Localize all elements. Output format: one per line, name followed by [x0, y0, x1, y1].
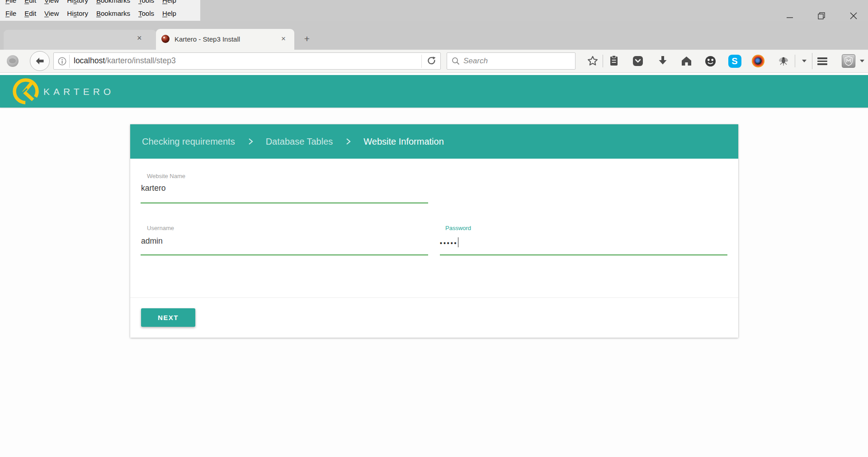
toolbar-separator	[795, 55, 795, 67]
website-name-label: Website Name	[147, 173, 185, 179]
emoji-extension-button[interactable]	[703, 54, 717, 68]
menu-edit[interactable]: Edit	[20, 0, 40, 4]
search-placeholder: Search	[463, 57, 488, 66]
hamburger-icon	[817, 57, 827, 59]
menu-help[interactable]: Help	[158, 9, 180, 17]
home-button[interactable]	[679, 54, 693, 68]
step-checking-requirements: Checking requirements	[142, 137, 235, 147]
open-menu-button[interactable]	[817, 54, 832, 68]
website-name-underline	[141, 203, 428, 203]
url-path: /kartero/install/step3	[105, 56, 176, 65]
password-label: Password	[445, 225, 471, 231]
new-tab-button[interactable]: +	[300, 33, 314, 44]
url-bar[interactable]: localhost/kartero/install/step3	[53, 52, 441, 70]
password-underline	[440, 254, 727, 255]
chevron-down-icon	[802, 60, 807, 62]
website-name-input[interactable]: kartero	[141, 184, 165, 193]
urlbar-separator	[69, 55, 70, 68]
url-text: localhost/kartero/install/step3	[74, 56, 176, 66]
menu-tools[interactable]: Tools	[134, 0, 158, 4]
chevron-down-icon	[860, 60, 864, 62]
downloads-button[interactable]	[656, 54, 670, 68]
url-host: localhost	[74, 56, 105, 65]
menubar: File Edit View History Bookmarks Tools H…	[1, 6, 180, 21]
background-tab[interactable]	[4, 30, 156, 50]
kartero-favicon-icon	[161, 35, 170, 43]
step-database-tables: Database Tables	[266, 137, 333, 147]
hamburger-icon	[817, 61, 827, 62]
reload-separator	[421, 55, 422, 68]
card-footer-divider	[130, 297, 738, 298]
background-tab-close-button[interactable]: ×	[137, 33, 142, 42]
tab-close-button[interactable]: ×	[281, 35, 286, 43]
chevron-right-icon	[345, 138, 351, 145]
install-wizard-card: Checking requirements Database Tables We…	[130, 124, 738, 338]
shield-m-icon	[844, 56, 853, 66]
clipped-menu-row: File Edit View History Bookmarks Tools H…	[1, 0, 180, 6]
wizard-steps-bar: Checking requirements Database Tables We…	[130, 124, 738, 159]
menu-help[interactable]: Help	[158, 0, 180, 4]
menu-view[interactable]: View	[40, 9, 63, 17]
chevron-right-icon	[247, 138, 254, 145]
clipboard-icon	[609, 55, 619, 67]
bug-extension-button[interactable]	[776, 54, 791, 68]
kartero-logo-icon	[12, 77, 40, 105]
menu-history[interactable]: History	[63, 0, 92, 4]
mcafee-extension-button[interactable]	[841, 54, 856, 68]
step-website-information: Website Information	[363, 137, 444, 147]
window-titlebar: File Edit View History Bookmarks Tools H…	[0, 0, 868, 21]
lens-extension-button[interactable]	[751, 54, 765, 68]
tab-title: Kartero - Step3 Install	[175, 35, 278, 43]
bug-extension-dropdown[interactable]	[798, 54, 810, 68]
restore-icon	[817, 12, 826, 20]
hamburger-icon	[817, 63, 827, 65]
toolbar-separator	[812, 53, 812, 69]
tab-strip	[0, 21, 868, 50]
back-arrow-icon	[35, 56, 45, 66]
password-input[interactable]: •••••	[440, 237, 458, 248]
fly-icon	[778, 56, 789, 66]
next-button[interactable]: NEXT	[141, 308, 195, 327]
mcafee-extension-dropdown[interactable]	[857, 54, 867, 68]
username-underline	[141, 254, 428, 255]
menu-edit[interactable]: Edit	[20, 9, 40, 17]
site-info-icon[interactable]	[57, 57, 67, 66]
menu-file[interactable]: File	[1, 9, 20, 17]
kartero-app-header: KARTERO	[0, 75, 868, 108]
bookmark-star-button[interactable]	[585, 54, 600, 68]
menu-history[interactable]: History	[63, 9, 92, 17]
back-button[interactable]	[30, 51, 50, 71]
skype-icon: S	[728, 55, 741, 68]
minimize-icon	[786, 12, 793, 19]
menu-bookmarks[interactable]: Bookmarks	[92, 9, 134, 17]
download-arrow-icon	[657, 55, 669, 67]
tab-active[interactable]: Kartero - Step3 Install ×	[156, 29, 294, 50]
reload-icon[interactable]	[427, 56, 437, 66]
pocket-icon	[632, 55, 644, 67]
text-cursor	[458, 237, 459, 247]
shield-icon	[842, 54, 855, 68]
camera-lens-icon	[752, 55, 764, 67]
menu-bookmarks[interactable]: Bookmarks	[92, 0, 134, 4]
close-icon	[849, 12, 858, 20]
clipped-menu-artifact: File Edit View History Bookmarks Tools H…	[0, 0, 200, 6]
username-input[interactable]: admin	[141, 236, 163, 246]
globe-extension-icon[interactable]	[7, 55, 19, 67]
pocket-button[interactable]	[631, 54, 645, 68]
username-label: Username	[147, 225, 174, 231]
search-icon	[451, 57, 460, 66]
menu-file[interactable]: File	[1, 0, 20, 4]
toolbar-separator	[603, 55, 603, 67]
star-icon	[587, 55, 599, 67]
skype-extension-button[interactable]: S	[727, 54, 742, 68]
password-masked-value: •••••	[440, 240, 458, 247]
menu-tools[interactable]: Tools	[134, 9, 158, 17]
smiley-face-icon	[704, 55, 717, 67]
bookmarks-menu-button[interactable]	[607, 54, 621, 68]
search-box[interactable]: Search	[447, 52, 576, 70]
menu-view[interactable]: View	[40, 0, 63, 4]
brand-name: KARTERO	[43, 75, 114, 108]
home-icon	[680, 55, 693, 67]
